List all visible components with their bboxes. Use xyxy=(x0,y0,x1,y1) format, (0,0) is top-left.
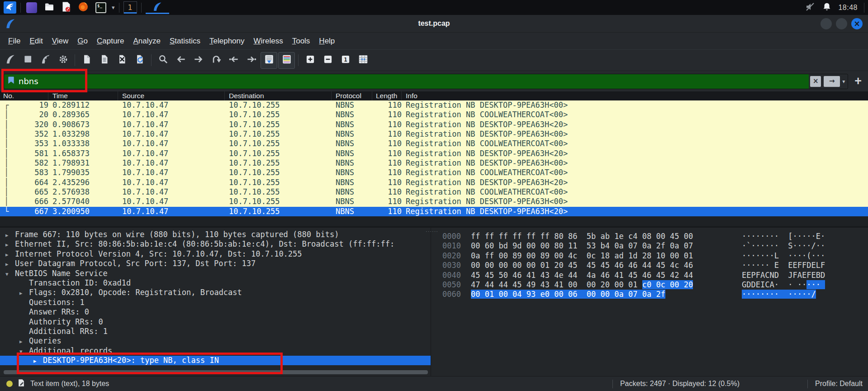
packet-row[interactable]: │5821.79893110.7.10.4710.7.10.255NBNS110… xyxy=(0,158,868,168)
column-header-info[interactable]: Info xyxy=(402,91,868,100)
expanded-arrow-icon[interactable]: ▾ xyxy=(5,269,15,278)
kali-menu-button[interactable] xyxy=(4,1,16,14)
hex-row[interactable]: 00200a ff 00 89 00 89 00 4c 0c 18 ad 1d … xyxy=(442,251,868,261)
hex-row[interactable]: 006000 01 00 04 93 e0 00 06 00 00 0a 07 … xyxy=(442,290,868,299)
packet-row[interactable]: │6642.43529610.7.10.4710.7.10.255NBNS110… xyxy=(0,178,868,187)
packet-row[interactable]: │3531.03333810.7.10.4710.7.10.255NBNS110… xyxy=(0,139,868,148)
detail-line[interactable]: ▸Ethernet II, Src: 80:86:5b:ab:1e:c4 (80… xyxy=(0,239,431,249)
detail-line[interactable]: Questions: 1 xyxy=(0,298,431,307)
firefox-button[interactable] xyxy=(76,1,90,14)
text-editor-button[interactable] xyxy=(60,1,72,14)
packet-row[interactable]: │6652.57693810.7.10.4710.7.10.255NBNS110… xyxy=(0,187,868,197)
find-packet-button[interactable] xyxy=(155,52,171,69)
detail-line[interactable]: Authority RRs: 0 xyxy=(0,317,431,327)
filter-apply-button[interactable]: → xyxy=(824,76,840,87)
chevron-down-icon[interactable]: ▾ xyxy=(112,4,115,11)
maximize-button[interactable] xyxy=(836,18,847,29)
column-header-protocol[interactable]: Protocol xyxy=(332,91,372,100)
menu-file[interactable]: File xyxy=(4,34,25,48)
window-switcher-button[interactable] xyxy=(25,1,38,14)
expanded-arrow-icon[interactable]: ▾ xyxy=(19,347,29,356)
go-first-packet-button[interactable] xyxy=(225,52,242,69)
column-header-time[interactable]: Time xyxy=(48,91,118,100)
restart-capture-button[interactable] xyxy=(37,52,54,69)
filter-dropdown-caret-icon[interactable]: ▾ xyxy=(842,78,845,85)
menu-capture[interactable]: Capture xyxy=(92,34,128,48)
volume-muted-icon[interactable] xyxy=(805,1,816,14)
detail-line[interactable]: ▸Internet Protocol Version 4, Src: 10.7.… xyxy=(0,249,431,259)
packet-row[interactable]: │3200.90867310.7.10.4710.7.10.255NBNS110… xyxy=(0,120,868,129)
menu-analyze[interactable]: Analyze xyxy=(128,34,165,48)
hex-row[interactable]: 0000ff ff ff ff ff ff 80 86 5b ab 1e c4 … xyxy=(442,232,868,241)
detail-line[interactable]: Transaction ID: 0xad1d xyxy=(0,278,431,288)
packet-row[interactable]: │5831.79903510.7.10.4710.7.10.255NBNS110… xyxy=(0,168,868,177)
detail-line[interactable]: ▾Additional records xyxy=(0,346,431,356)
packet-row[interactable]: └6673.20095010.7.10.4710.7.10.255NBNS110… xyxy=(0,207,868,216)
menu-help[interactable]: Help xyxy=(314,34,339,48)
collapsed-arrow-icon[interactable]: ▸ xyxy=(5,250,15,259)
packet-row[interactable]: ┌190.28911210.7.10.4710.7.10.255NBNS110R… xyxy=(0,100,868,110)
collapsed-arrow-icon[interactable]: ▸ xyxy=(19,288,29,297)
details-horizontal-scrollbar[interactable] xyxy=(4,370,428,374)
display-filter-input[interactable] xyxy=(19,76,806,86)
go-forward-button[interactable] xyxy=(190,52,207,69)
hex-row[interactable]: 005047 44 44 45 49 43 41 00 00 20 00 01 … xyxy=(442,280,868,290)
notifications-bell-icon[interactable] xyxy=(822,2,832,14)
file-manager-button[interactable] xyxy=(43,1,56,14)
window-titlebar[interactable]: test.pcap × xyxy=(0,15,868,33)
collapsed-arrow-icon[interactable]: ▸ xyxy=(5,240,15,249)
status-profile[interactable]: Profile: Default xyxy=(808,380,868,388)
stop-capture-button[interactable] xyxy=(19,52,36,69)
detail-line[interactable]: ▸DESKTOP-9PEA63H<20>: type NB, class IN xyxy=(0,356,431,365)
capture-comment-icon[interactable] xyxy=(18,379,25,389)
colorize-button[interactable] xyxy=(278,52,295,69)
reload-file-button[interactable] xyxy=(131,52,148,69)
column-header-length[interactable]: Length xyxy=(372,91,402,100)
menu-telephony[interactable]: Telephony xyxy=(205,34,249,48)
zoom-reset-button[interactable]: 1 xyxy=(337,52,354,69)
menu-wireless[interactable]: Wireless xyxy=(249,34,288,48)
save-file-button[interactable] xyxy=(96,52,113,69)
filter-bookmark-icon[interactable] xyxy=(7,76,15,87)
collapsed-arrow-icon[interactable]: ▸ xyxy=(5,230,15,239)
capture-options-button[interactable] xyxy=(55,52,71,69)
wireshark-taskbar-button[interactable] xyxy=(146,1,169,14)
zoom-out-button[interactable] xyxy=(319,52,336,69)
zoom-in-button[interactable] xyxy=(302,52,318,69)
clock[interactable]: 18:48 xyxy=(838,4,858,12)
hex-row[interactable]: 004045 45 50 46 41 43 4e 44 4a 46 41 45 … xyxy=(442,271,868,280)
detail-line[interactable]: Answer RRs: 0 xyxy=(0,307,431,317)
collapsed-arrow-icon[interactable]: ▸ xyxy=(5,259,15,268)
detail-line[interactable]: Additional RRs: 1 xyxy=(0,327,431,336)
go-to-packet-button[interactable] xyxy=(208,52,224,69)
collapsed-arrow-icon[interactable]: ▸ xyxy=(19,337,29,346)
minimize-button[interactable] xyxy=(821,18,832,29)
filter-clear-button[interactable]: × xyxy=(810,76,821,87)
filter-add-button[interactable]: + xyxy=(853,74,863,88)
resize-columns-button[interactable] xyxy=(355,52,371,69)
packet-row[interactable]: │200.28936510.7.10.4710.7.10.255NBNS110R… xyxy=(0,110,868,119)
packet-row[interactable]: │5811.65837310.7.10.4710.7.10.255NBNS110… xyxy=(0,149,868,158)
detail-line[interactable]: ▾NetBIOS Name Service xyxy=(0,269,431,278)
close-button[interactable]: × xyxy=(851,18,863,29)
detail-line[interactable]: ▸User Datagram Protocol, Src Port: 137, … xyxy=(0,259,431,268)
terminal-button[interactable]: $_ xyxy=(94,1,108,14)
menu-tools[interactable]: Tools xyxy=(288,34,315,48)
packet-row[interactable]: │6662.57704010.7.10.4710.7.10.255NBNS110… xyxy=(0,197,868,206)
detail-line[interactable]: ▸Queries xyxy=(0,336,431,346)
menu-edit[interactable]: Edit xyxy=(25,34,47,48)
open-file-button[interactable] xyxy=(78,52,95,69)
auto-scroll-button[interactable] xyxy=(261,52,277,69)
collapsed-arrow-icon[interactable]: ▸ xyxy=(33,356,43,365)
menu-statistics[interactable]: Statistics xyxy=(165,34,205,48)
workspace-indicator[interactable]: 1 xyxy=(123,1,137,14)
expert-info-icon[interactable] xyxy=(6,381,13,387)
column-header-destination[interactable]: Destination xyxy=(225,91,332,100)
pane-splitter[interactable]: ······ xyxy=(431,228,433,376)
column-header-source[interactable]: Source xyxy=(118,91,225,100)
detail-line[interactable]: ▸Frame 667: 110 bytes on wire (880 bits)… xyxy=(0,230,431,239)
packet-row[interactable]: │3521.03329810.7.10.4710.7.10.255NBNS110… xyxy=(0,129,868,139)
go-back-button[interactable] xyxy=(172,52,189,69)
column-header-no[interactable]: No. xyxy=(0,91,48,100)
start-capture-button[interactable] xyxy=(2,52,19,69)
